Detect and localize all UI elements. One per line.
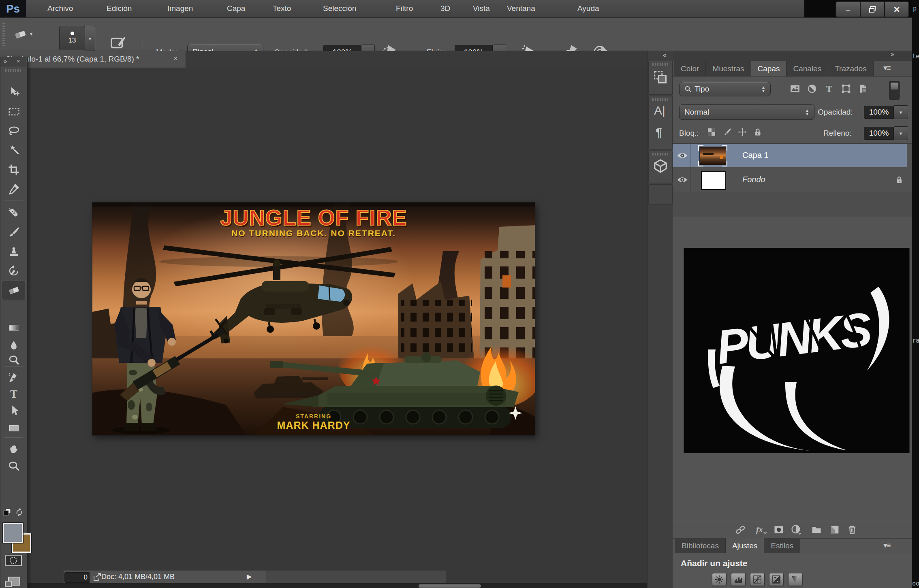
move-tool[interactable]	[0, 84, 27, 100]
filter-type-layers-icon[interactable]: T	[823, 83, 835, 94]
tools-grip[interactable]	[5, 69, 21, 72]
menu-item-capa[interactable]: Capa	[227, 4, 245, 13]
new-group-icon[interactable]	[810, 524, 823, 535]
visibility-eye-icon[interactable]	[677, 151, 688, 160]
filter-adjustment-layers-icon[interactable]	[806, 83, 818, 94]
lock-pixels-icon[interactable]	[722, 127, 732, 137]
layer-opacity-field[interactable]: 100%	[864, 106, 894, 119]
adjustments-panel-menu-icon[interactable]: ▾≡	[883, 541, 890, 550]
filter-smart-objects-icon[interactable]	[857, 83, 869, 94]
new-adjustment-layer-icon[interactable]	[790, 524, 802, 535]
dock-grip-3[interactable]	[652, 153, 669, 156]
fill-combo[interactable]: 100% ▾	[864, 126, 908, 140]
character-panel-icon[interactable]: A|	[654, 104, 665, 117]
menu-item-texto[interactable]: Texto	[273, 4, 291, 13]
3d-panel-icon[interactable]	[653, 158, 668, 174]
h-scrollbar-thumb[interactable]	[419, 584, 481, 588]
quick-mask-icon[interactable]	[4, 554, 22, 567]
menu-item-filtro[interactable]: Filtro	[396, 4, 413, 13]
menu-item-seleccion[interactable]: Selección	[323, 4, 356, 13]
blend-mode-select[interactable]: Normal ▲▼	[679, 104, 814, 120]
layer-row-capa1[interactable]: Capa 1	[673, 144, 907, 167]
fill-field[interactable]: 100%	[864, 127, 894, 140]
restore-button[interactable]	[860, 2, 885, 17]
adj-curves[interactable]	[750, 573, 765, 586]
brush-preset-dropdown[interactable]: ▾	[85, 26, 95, 51]
link-layers-icon[interactable]	[734, 524, 746, 535]
lasso-tool[interactable]	[0, 123, 27, 139]
adj-exposure[interactable]	[769, 573, 784, 586]
eraser-tool[interactable]	[0, 282, 27, 298]
tab-bibliotecas[interactable]: Bibliotecas	[675, 539, 726, 553]
filter-shape-layers-icon[interactable]	[840, 83, 852, 94]
dock-grip-1[interactable]	[652, 63, 669, 66]
tab-estilos[interactable]: Estilos	[764, 539, 800, 553]
visibility-eye-icon-fondo[interactable]	[677, 175, 688, 184]
toggle-brush-panel-icon[interactable]	[109, 35, 127, 52]
filter-toggle-switch[interactable]	[889, 81, 900, 100]
adj-vibrance[interactable]	[788, 573, 803, 586]
path-selection-tool[interactable]	[0, 402, 27, 418]
dock-grip-2[interactable]	[652, 98, 669, 101]
tab-ajustes[interactable]: Ajustes	[726, 538, 764, 554]
canvas-document[interactable]: JUNGLE OF FIRE NO TURNING BACK. NO RETRE…	[92, 202, 535, 435]
screen-mode-icon[interactable]	[4, 576, 21, 588]
default-colors-icon[interactable]	[2, 507, 13, 517]
crop-tool[interactable]	[0, 162, 27, 178]
zoom-field[interactable]: 0	[64, 572, 90, 583]
healing-brush-tool[interactable]	[0, 205, 27, 221]
adj-brightness-contrast[interactable]	[712, 573, 727, 586]
new-layer-icon[interactable]	[829, 524, 841, 535]
layers-panel-menu-icon[interactable]: ▾≡	[883, 63, 890, 72]
menu-item-imagen[interactable]: Imagen	[167, 4, 193, 13]
minimize-button[interactable]: –	[836, 2, 860, 17]
shape-tool[interactable]	[0, 420, 27, 436]
menu-item-ventana[interactable]: Ventana	[507, 4, 535, 13]
layer-name-capa1[interactable]: Capa 1	[742, 151, 769, 160]
document-tab[interactable]: Sin título-1 al 66,7% (Capa 1, RGB/8) * …	[0, 51, 186, 68]
dock-collapse-icon[interactable]: «	[663, 51, 667, 59]
blur-tool[interactable]	[0, 337, 27, 354]
lock-transparency-icon[interactable]	[707, 127, 716, 137]
layer-comps-icon[interactable]	[653, 70, 668, 85]
layer-row-fondo[interactable]: Fondo	[673, 168, 907, 192]
layer-opacity-combo[interactable]: 100% ▾	[864, 105, 908, 119]
add-layer-mask-icon[interactable]	[773, 524, 785, 535]
menu-item-edicion[interactable]: Edición	[107, 4, 132, 13]
menu-item-ayuda[interactable]: Ayuda	[577, 4, 599, 13]
tools-collapse-icon[interactable]: »	[4, 58, 7, 64]
fill-dropdown[interactable]: ▾	[894, 126, 908, 140]
document-tab-close-icon[interactable]: ×	[173, 54, 178, 63]
hand-tool[interactable]	[0, 440, 27, 456]
status-expand-icon[interactable]: ▶	[247, 573, 252, 580]
lock-all-icon[interactable]	[753, 127, 763, 137]
layer-opacity-dropdown[interactable]: ▾	[894, 105, 908, 119]
layer-filter-select[interactable]: Tipo ▲▼	[679, 82, 771, 96]
filter-pixel-layers-icon[interactable]	[789, 83, 801, 94]
tab-capas[interactable]: Capas	[751, 61, 787, 77]
swap-colors-icon[interactable]	[14, 507, 25, 517]
layer-name-fondo[interactable]: Fondo	[742, 175, 765, 184]
menu-item-3d[interactable]: 3D	[440, 4, 450, 13]
tab-color[interactable]: Color	[674, 61, 706, 76]
adj-levels[interactable]	[731, 573, 746, 586]
paragraph-panel-icon[interactable]: ¶	[656, 126, 662, 139]
options-bar-grip[interactable]	[2, 23, 5, 46]
menu-item-vista[interactable]: Vista	[473, 4, 490, 13]
marquee-tool[interactable]	[0, 103, 27, 119]
tools-close-icon[interactable]: ×	[17, 58, 20, 64]
magic-wand-tool[interactable]	[0, 142, 27, 158]
pen-tool[interactable]	[0, 370, 27, 386]
close-button[interactable]: ×	[885, 2, 909, 17]
tab-canales[interactable]: Canales	[786, 61, 828, 76]
zoom-tool[interactable]	[0, 458, 27, 474]
history-brush-tool[interactable]	[0, 263, 27, 279]
brush-tool[interactable]	[0, 224, 27, 240]
lock-position-icon[interactable]	[737, 127, 747, 137]
tool-preset-picker[interactable]: ▾	[12, 27, 32, 41]
panel-collapse-icon[interactable]: »	[891, 51, 894, 58]
foreground-color-swatch[interactable]	[3, 523, 23, 543]
layer-thumbnail-capa1[interactable]	[699, 147, 726, 165]
type-tool[interactable]: T	[0, 386, 27, 402]
tab-trazados[interactable]: Trazados	[828, 61, 874, 76]
